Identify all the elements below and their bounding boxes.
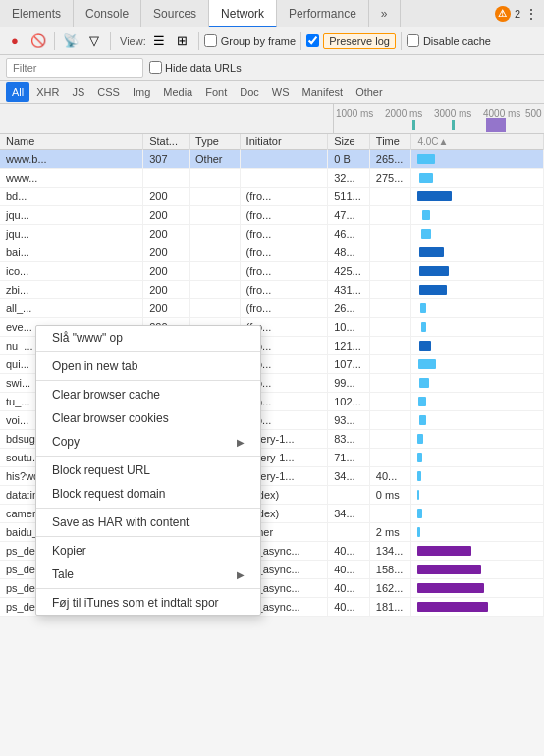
type-btn-font[interactable]: Font	[199, 82, 233, 102]
table-row[interactable]: jqu... 200 (fro... 47...	[0, 206, 544, 225]
separator-2	[110, 32, 111, 50]
cell-time	[369, 430, 411, 449]
col-status[interactable]: Stat...	[143, 134, 190, 150]
cell-name: zbi...	[0, 281, 143, 299]
cell-waterfall	[411, 206, 544, 225]
table-row[interactable]: www... 32... 275...	[0, 169, 544, 188]
warning-count: 2	[515, 8, 520, 20]
disable-cache-option[interactable]: Disable cache	[407, 34, 491, 47]
preserve-log-checkbox[interactable]	[306, 34, 319, 47]
cell-size: 34...	[328, 467, 370, 486]
cell-size: 121...	[328, 337, 370, 355]
context-menu-item-0[interactable]: Slå "www" op	[36, 326, 260, 350]
type-btn-media[interactable]: Media	[157, 82, 198, 102]
tab-console[interactable]: Console	[74, 0, 141, 27]
context-menu-item-5[interactable]: Block request URL	[36, 459, 260, 482]
context-menu-item-3[interactable]: Clear browser cookies	[36, 406, 260, 430]
hide-data-urls-option[interactable]: Hide data URLs	[149, 61, 242, 74]
type-btn-xhr[interactable]: XHR	[30, 82, 65, 102]
col-waterfall[interactable]: 4.0C▲	[411, 134, 544, 150]
table-row[interactable]: jqu... 200 (fro... 46...	[0, 225, 544, 243]
cell-initiator: (fro...	[240, 262, 328, 281]
hide-data-urls-checkbox[interactable]	[149, 61, 162, 74]
context-menu-item-4[interactable]: Copy▶	[36, 430, 260, 454]
filter-bar: Hide data URLs	[0, 55, 544, 81]
context-menu-item-9[interactable]: Tale▶	[36, 563, 260, 586]
clear-button[interactable]: 🚫	[27, 30, 49, 52]
preserve-log-option[interactable]: Preserve log	[306, 33, 396, 49]
context-menu-item-label: Kopier	[52, 544, 86, 558]
cell-size: 40...	[328, 542, 370, 561]
type-btn-other[interactable]: Other	[350, 82, 389, 102]
record-button[interactable]: ●	[4, 30, 26, 52]
cell-type	[190, 188, 241, 206]
type-btn-ws[interactable]: WS	[266, 82, 296, 102]
type-btn-css[interactable]: CSS	[91, 82, 126, 102]
separator-3	[198, 32, 199, 50]
col-size[interactable]: Size	[328, 134, 370, 150]
table-row[interactable]: www.b... 307 Other 0 B 265...	[0, 150, 544, 169]
type-btn-manifest[interactable]: Manifest	[297, 82, 350, 102]
cell-waterfall	[411, 561, 544, 579]
tab-performance[interactable]: Performance	[277, 0, 369, 27]
tab-sources[interactable]: Sources	[141, 0, 209, 27]
cell-name: bd...	[0, 188, 143, 206]
more-options-icon[interactable]: ⋮	[524, 6, 538, 22]
cell-type	[190, 299, 241, 318]
type-btn-img[interactable]: Img	[127, 82, 156, 102]
context-menu-item-2[interactable]: Clear browser cache	[36, 383, 260, 406]
cell-time	[369, 299, 411, 318]
col-name[interactable]: Name	[0, 134, 143, 150]
list-view-button[interactable]: ☰	[148, 30, 170, 52]
fetch-filter-button[interactable]: 📡	[60, 30, 82, 52]
cell-status: 307	[143, 150, 190, 169]
group-by-frame-option[interactable]: Group by frame	[204, 34, 296, 47]
col-type[interactable]: Type	[190, 134, 241, 150]
table-row[interactable]: ico... 200 (fro... 425...	[0, 262, 544, 281]
table-row[interactable]: bai... 200 (fro... 48...	[0, 243, 544, 262]
group-by-frame-checkbox[interactable]	[204, 34, 217, 47]
table-row[interactable]: all_... 200 (fro... 26...	[0, 299, 544, 318]
context-menu-item-8[interactable]: Kopier	[36, 539, 260, 563]
table-row[interactable]: bd... 200 (fro... 511...	[0, 188, 544, 206]
type-btn-all[interactable]: All	[6, 82, 29, 102]
table-header: Name Stat... Type Initiator Size Time 4.…	[0, 134, 544, 150]
cell-size: 425...	[328, 262, 370, 281]
cell-waterfall	[411, 393, 544, 411]
cell-name: www.b...	[0, 150, 143, 169]
cell-waterfall	[411, 337, 544, 355]
cell-waterfall	[411, 262, 544, 281]
header-wf-bar-2	[452, 120, 455, 130]
tab-more[interactable]: »	[369, 0, 401, 27]
context-menu-item-1[interactable]: Open in new tab	[36, 354, 260, 378]
cell-waterfall	[411, 486, 544, 505]
type-btn-doc[interactable]: Doc	[234, 82, 265, 102]
cell-initiator: (fro...	[240, 281, 328, 299]
cell-time: 158...	[369, 561, 411, 579]
col-time[interactable]: Time	[369, 134, 411, 150]
warning-badge: ⚠	[495, 6, 511, 22]
context-menu-item-7[interactable]: Save as HAR with content	[36, 511, 260, 534]
tab-elements[interactable]: Elements	[0, 0, 74, 27]
cell-size: 32...	[328, 169, 370, 188]
cell-initiator: (fro...	[240, 206, 328, 225]
context-menu-item-label: Slå "www" op	[52, 331, 123, 345]
filter-button[interactable]: ▽	[83, 30, 105, 52]
screenshot-view-button[interactable]: ⊞	[172, 30, 193, 52]
col-initiator[interactable]: Initiator	[240, 134, 328, 150]
search-input[interactable]	[6, 58, 143, 78]
cell-waterfall	[411, 449, 544, 467]
separator-1	[54, 32, 55, 50]
table-row[interactable]: zbi... 200 (fro... 431...	[0, 281, 544, 299]
disable-cache-checkbox[interactable]	[407, 34, 419, 47]
cell-time	[369, 225, 411, 243]
cell-type	[190, 169, 241, 188]
context-menu-item-10[interactable]: Føj til iTunes som et indtalt spor	[36, 591, 260, 615]
type-btn-js[interactable]: JS	[66, 82, 90, 102]
tab-network[interactable]: Network	[209, 0, 277, 27]
cell-size: 83...	[328, 430, 370, 449]
cell-name: bai...	[0, 243, 143, 262]
context-menu-item-6[interactable]: Block request domain	[36, 482, 260, 506]
submenu-arrow-icon: ▶	[237, 569, 245, 580]
header-wf-bar-3	[486, 118, 506, 132]
